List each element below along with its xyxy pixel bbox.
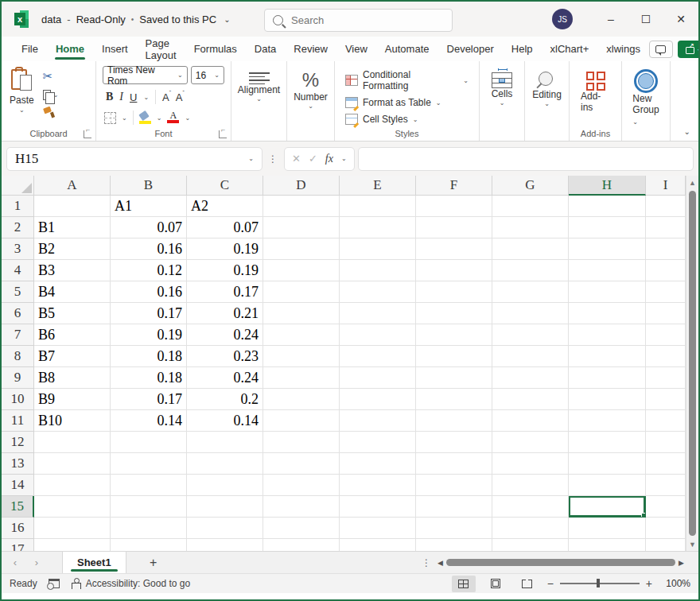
cell-B5[interactable]: 0.16 xyxy=(111,281,187,303)
cell-C13[interactable] xyxy=(187,453,263,475)
cell-B10[interactable]: 0.17 xyxy=(111,389,187,410)
tab-file[interactable]: File xyxy=(13,37,47,61)
cell-F10[interactable] xyxy=(416,389,492,410)
tab-insert[interactable]: Insert xyxy=(93,37,137,61)
column-header-H[interactable]: H xyxy=(569,176,646,196)
editing-button[interactable]: Editing ⌄ xyxy=(528,64,566,109)
cell-A4[interactable]: B3 xyxy=(34,260,111,281)
cell-B11[interactable]: 0.14 xyxy=(111,410,187,432)
cell-F8[interactable] xyxy=(416,346,492,367)
cell-C17[interactable] xyxy=(187,539,263,551)
cell-I3[interactable] xyxy=(646,238,686,260)
cell-I9[interactable] xyxy=(646,367,686,389)
add-sheet-button[interactable]: + xyxy=(138,556,169,570)
cell-G9[interactable] xyxy=(492,367,569,389)
cell-E11[interactable] xyxy=(340,410,416,432)
cell-A11[interactable]: B10 xyxy=(34,410,111,432)
drag-handle-icon[interactable]: ⋮ xyxy=(266,153,281,165)
cell-F2[interactable] xyxy=(416,217,492,238)
page-layout-view-button[interactable] xyxy=(484,576,508,592)
record-macro-icon[interactable] xyxy=(49,579,60,588)
tab-view[interactable]: View xyxy=(336,37,376,61)
cell-C1[interactable]: A2 xyxy=(187,196,263,217)
column-header-F[interactable]: F xyxy=(416,176,492,196)
cell-E8[interactable] xyxy=(340,346,416,367)
row-header-13[interactable]: 13 xyxy=(2,453,34,475)
font-dialog-launcher-icon[interactable] xyxy=(219,130,227,138)
conditional-formatting-button[interactable]: Conditional Formatting ⌄ xyxy=(343,68,471,93)
cell-B16[interactable] xyxy=(111,518,187,539)
cell-G8[interactable] xyxy=(492,346,569,367)
search-input[interactable] xyxy=(291,14,418,26)
cell-G12[interactable] xyxy=(492,432,569,453)
insert-function-button[interactable]: fx xyxy=(325,153,333,165)
cell-F11[interactable] xyxy=(416,410,492,432)
cell-F6[interactable] xyxy=(416,303,492,324)
cell-H7[interactable] xyxy=(569,324,646,346)
cell-I2[interactable] xyxy=(646,217,686,238)
cell-G6[interactable] xyxy=(492,303,569,324)
column-header-G[interactable]: G xyxy=(492,176,569,196)
cell-D11[interactable] xyxy=(263,410,340,432)
cell-I7[interactable] xyxy=(646,324,686,346)
accessibility-status[interactable]: Accessibility: Good to go xyxy=(71,578,190,589)
row-header-4[interactable]: 4 xyxy=(2,260,34,281)
scroll-up-icon[interactable]: ▲ xyxy=(686,176,698,189)
cell-F13[interactable] xyxy=(416,453,492,475)
cell-D8[interactable] xyxy=(263,346,340,367)
cell-G7[interactable] xyxy=(492,324,569,346)
italic-button[interactable]: I xyxy=(119,91,123,103)
cell-A3[interactable]: B2 xyxy=(34,238,111,260)
zoom-slider-thumb[interactable] xyxy=(597,579,600,587)
cell-E16[interactable] xyxy=(340,518,416,539)
bold-button[interactable]: B xyxy=(106,91,113,103)
search-box[interactable] xyxy=(264,9,453,32)
cell-E15[interactable] xyxy=(340,496,416,518)
cell-H5[interactable] xyxy=(569,281,646,303)
decrease-font-size-button[interactable]: Aˇ xyxy=(176,91,183,103)
cancel-formula-button[interactable]: ✕ xyxy=(292,153,301,165)
font-color-button[interactable]: A xyxy=(167,111,179,124)
tab-review[interactable]: Review xyxy=(285,37,336,61)
column-header-D[interactable]: D xyxy=(263,176,340,196)
scroll-down-icon[interactable]: ▼ xyxy=(686,537,698,551)
cell-E7[interactable] xyxy=(340,324,416,346)
cell-A8[interactable]: B7 xyxy=(34,346,111,367)
cell-I11[interactable] xyxy=(646,410,686,432)
document-title-group[interactable]: data - Read-Only • Saved to this PC ⌄ xyxy=(41,14,231,25)
cell-H6[interactable] xyxy=(569,303,646,324)
cell-B9[interactable]: 0.18 xyxy=(111,367,187,389)
cell-B1[interactable]: A1 xyxy=(111,196,187,217)
cell-F15[interactable] xyxy=(416,496,492,518)
cell-I5[interactable] xyxy=(646,281,686,303)
cell-H15[interactable] xyxy=(569,496,646,518)
cell-H11[interactable] xyxy=(569,410,646,432)
zoom-level[interactable]: 100% xyxy=(660,578,690,589)
page-break-view-button[interactable] xyxy=(515,576,539,592)
cell-D1[interactable] xyxy=(263,196,340,217)
cell-F16[interactable] xyxy=(416,518,492,539)
spreadsheet-grid[interactable]: ABCDEFGHI1A1A22B10.070.073B20.160.194B30… xyxy=(2,176,686,551)
cell-I15[interactable] xyxy=(646,496,686,518)
cell-D7[interactable] xyxy=(263,324,340,346)
cell-A15[interactable] xyxy=(34,496,111,518)
underline-button[interactable]: U xyxy=(130,91,137,103)
cell-E13[interactable] xyxy=(340,453,416,475)
cell-C11[interactable]: 0.14 xyxy=(187,410,263,432)
cell-F7[interactable] xyxy=(416,324,492,346)
cell-G2[interactable] xyxy=(492,217,569,238)
zoom-out-button[interactable]: − xyxy=(547,577,554,590)
cell-D12[interactable] xyxy=(263,432,340,453)
cell-C16[interactable] xyxy=(187,518,263,539)
cell-A12[interactable] xyxy=(34,432,111,453)
cell-B17[interactable] xyxy=(111,539,187,551)
cell-A1[interactable] xyxy=(34,196,111,217)
zoom-in-button[interactable]: + xyxy=(646,577,652,590)
row-header-17[interactable]: 17 xyxy=(2,539,34,551)
cell-E6[interactable] xyxy=(340,303,416,324)
next-sheet-button[interactable]: › xyxy=(29,556,45,568)
row-header-12[interactable]: 12 xyxy=(2,432,34,453)
cell-E2[interactable] xyxy=(340,217,416,238)
formula-input[interactable] xyxy=(358,147,694,171)
cell-B3[interactable]: 0.16 xyxy=(111,238,187,260)
